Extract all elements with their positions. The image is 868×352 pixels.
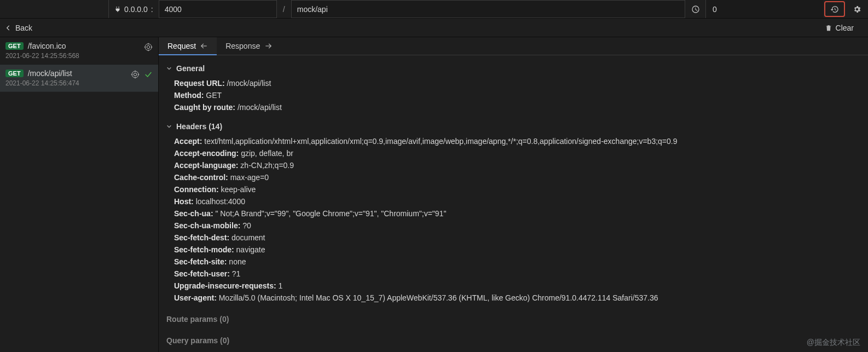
kv-line: Request URL: /mock/api/list bbox=[174, 78, 860, 89]
section-headers-title: Headers (14) bbox=[176, 121, 222, 132]
kv-line: Host: localhost:4000 bbox=[174, 196, 860, 207]
plug-icon bbox=[114, 5, 121, 13]
svg-point-1 bbox=[147, 45, 149, 48]
caret-down-icon bbox=[166, 66, 172, 71]
kv-line: Cache-control: max-age=0 bbox=[174, 172, 860, 183]
kv-line: Caught by route: /mock/api/list bbox=[174, 102, 860, 113]
gear-icon bbox=[853, 5, 861, 14]
topbar-spacer bbox=[0, 0, 108, 18]
check-icon bbox=[144, 70, 153, 79]
kv-line: Accept: text/html,application/xhtml+xml,… bbox=[174, 136, 860, 147]
target-icon bbox=[144, 43, 153, 51]
arrow-out-icon bbox=[264, 42, 272, 50]
section-headers[interactable]: Headers (14) bbox=[166, 121, 860, 132]
restore-button[interactable] bbox=[824, 1, 845, 17]
detail-pane: Request Response General Request URL: /m… bbox=[159, 37, 868, 352]
kv-line: User-agent: Mozilla/5.0 (Macintosh; Inte… bbox=[174, 292, 860, 304]
kv-line: Sec-ch-ua-mobile: ?0 bbox=[174, 220, 860, 232]
headers-list: Accept: text/html,application/xhtml+xml,… bbox=[166, 136, 860, 304]
kv-line: Sec-fetch-user: ?1 bbox=[174, 268, 860, 280]
tab-request-label: Request bbox=[167, 42, 196, 50]
detail-body: General Request URL: /mock/api/listMetho… bbox=[159, 55, 868, 352]
svg-point-6 bbox=[132, 71, 138, 78]
clear-label: Clear bbox=[836, 24, 854, 32]
host-text: 0.0.0.0 bbox=[124, 5, 148, 14]
request-path: /favicon.ico bbox=[28, 42, 66, 50]
request-path: /mock/api/list bbox=[28, 69, 72, 78]
host-colon: : bbox=[151, 5, 153, 14]
top-bar: 0.0.0.0 : 4000 / mock/api 0 bbox=[0, 0, 868, 19]
history-icon-button[interactable] bbox=[685, 0, 706, 18]
target-icon bbox=[131, 70, 140, 79]
kv-line: Accept-language: zh-CN,zh;q=0.9 bbox=[174, 160, 860, 171]
section-route-params[interactable]: Route params (0) bbox=[166, 314, 860, 325]
request-list: GET/favicon.ico2021-06-22 14:25:56:568GE… bbox=[0, 37, 159, 352]
section-query-params[interactable]: Query params (0) bbox=[166, 335, 860, 347]
arrow-in-icon bbox=[200, 42, 208, 50]
method-badge: GET bbox=[5, 70, 24, 77]
kv-line: Sec-fetch-dest: document bbox=[174, 232, 860, 244]
kv-line: Upgrade-insecure-requests: 1 bbox=[174, 280, 860, 292]
request-item[interactable]: GET/favicon.ico2021-06-22 14:25:56:568 bbox=[0, 37, 158, 65]
kv-line: Connection: keep-alive bbox=[174, 184, 860, 195]
nav-row: Back Clear bbox=[0, 19, 868, 37]
svg-point-0 bbox=[145, 44, 152, 50]
trash-icon bbox=[825, 24, 832, 32]
clock-icon bbox=[691, 5, 700, 14]
section-general[interactable]: General bbox=[166, 63, 860, 74]
kv-line: Accept-encoding: gzip, deflate, br bbox=[174, 148, 860, 159]
caret-down-icon bbox=[166, 124, 172, 129]
settings-button[interactable] bbox=[846, 0, 868, 18]
general-list: Request URL: /mock/api/listMethod: GETCa… bbox=[166, 78, 860, 113]
path-separator: / bbox=[277, 0, 291, 18]
kv-line: Sec-fetch-site: none bbox=[174, 256, 860, 268]
watermark-text: @掘金技术社区 bbox=[807, 338, 860, 348]
request-item[interactable]: GET/mock/api/list2021-06-22 14:25:56:474 bbox=[0, 65, 158, 92]
port-input[interactable]: 4000 bbox=[159, 0, 277, 18]
count-display[interactable]: 0 bbox=[706, 0, 823, 18]
method-badge: GET bbox=[5, 42, 24, 50]
arrow-left-icon bbox=[4, 24, 12, 32]
prefix-input[interactable]: mock/api bbox=[291, 0, 685, 18]
clear-button[interactable]: Clear bbox=[825, 24, 864, 32]
request-timestamp: 2021-06-22 14:25:56:568 bbox=[5, 52, 153, 60]
back-button[interactable]: Back bbox=[4, 24, 32, 32]
tab-response-label: Response bbox=[225, 42, 260, 50]
back-label: Back bbox=[15, 24, 32, 32]
detail-tabs: Request Response bbox=[159, 37, 868, 55]
svg-point-7 bbox=[134, 73, 136, 76]
request-timestamp: 2021-06-22 14:25:56:474 bbox=[5, 79, 153, 87]
section-general-title: General bbox=[176, 63, 205, 74]
tab-response[interactable]: Response bbox=[217, 37, 281, 55]
kv-line: Sec-ch-ua: " Not;A Brand";v="99", "Googl… bbox=[174, 208, 860, 220]
host-display: 0.0.0.0 : bbox=[108, 0, 159, 18]
kv-line: Sec-fetch-mode: navigate bbox=[174, 244, 860, 256]
tab-request[interactable]: Request bbox=[159, 37, 217, 55]
kv-line: Method: GET bbox=[174, 90, 860, 101]
restore-icon bbox=[830, 5, 839, 14]
main-area: GET/favicon.ico2021-06-22 14:25:56:568GE… bbox=[0, 37, 868, 352]
